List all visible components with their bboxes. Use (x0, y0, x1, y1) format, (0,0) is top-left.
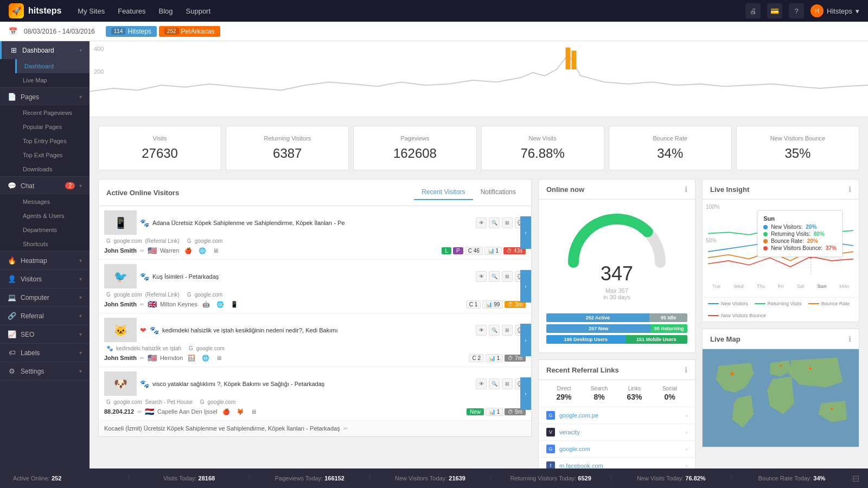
vr1-arrow[interactable]: › (520, 216, 531, 249)
user-badge[interactable]: H Hitsteps ▾ (810, 4, 859, 17)
sidebar-item-pages[interactable]: 📄 Pages ▾ (0, 88, 90, 106)
sidebar-item-messages[interactable]: Messages (15, 195, 90, 209)
ref-link-google[interactable]: G google.com › (539, 441, 695, 458)
vr1-action-search[interactable]: 🔍 (489, 217, 500, 228)
sidebar-item-labels[interactable]: 🏷 Labels ▾ (0, 344, 90, 362)
tab-notifications[interactable]: Notifications (473, 185, 524, 200)
stat-value-newvisits: 76.88% (490, 146, 595, 161)
tab-recent-visitors[interactable]: Recent Visitors (414, 185, 473, 200)
vr2-arrow[interactable]: › (520, 270, 531, 303)
site-tab-petarkadas[interactable]: 252 PetArkadas (159, 26, 220, 37)
ref-link-facebook[interactable]: f m.facebook.com › (539, 458, 695, 468)
ref-fav-1: G (546, 411, 555, 420)
online-now-header: Online now ℹ (539, 179, 695, 200)
vr2-action-view[interactable]: 👁 (476, 271, 487, 282)
nav-support[interactable]: Support (181, 5, 216, 17)
vr2-action-search[interactable]: 🔍 (489, 271, 500, 282)
referral-info[interactable]: ℹ (685, 365, 687, 374)
insight-info[interactable]: ℹ (848, 185, 851, 194)
ref-stats: Direct 29% Search 8% Links 63% Social (539, 380, 695, 407)
stat-label-bounce: Bounce Rate (618, 135, 723, 142)
vr4-action-view[interactable]: 👁 (476, 378, 487, 389)
card-icon[interactable]: 💳 (767, 3, 782, 18)
insight-tooltip: Sun New Visitors: 20% Returning Visits: … (757, 210, 843, 257)
insight-title: Live Insight (710, 185, 848, 194)
legend-line-new (708, 303, 719, 304)
vr2-edit[interactable]: ✏ (140, 301, 144, 307)
sidebar-item-departments[interactable]: Departments (15, 223, 90, 237)
dashboard-icon: ⊞ (9, 46, 18, 54)
logo[interactable]: 🚀 hitsteps (9, 3, 61, 18)
ref-domain-1: google.com.pe (559, 412, 681, 419)
vr3-ref-icon2: G (189, 345, 193, 351)
sidebar-item-shortcuts[interactable]: Shortcuts (15, 237, 90, 251)
vr3-device-desktop: 🖥 (216, 355, 222, 361)
legend-returning: Returning Visits (755, 301, 802, 306)
settings-arrow: ▾ (79, 368, 82, 374)
dashboard-arrow: ▾ (79, 47, 82, 53)
sidebar-item-visitors[interactable]: 👤 Visitors ▾ (0, 270, 90, 288)
sidebar-item-top-entry[interactable]: Top Entry Pages (15, 134, 90, 148)
sidebar-item-referral[interactable]: 🔗 Referral ▾ (0, 307, 90, 325)
site-tab-hitsteps[interactable]: 114 Hitsteps (106, 26, 157, 37)
vr4-edit[interactable]: ✏ (137, 409, 142, 415)
vr3-username: John Smith (104, 355, 137, 361)
sidebar-item-dashboard[interactable]: ⊞ Dashboard ▾ (0, 41, 90, 59)
vr5-edit[interactable]: ✏ (343, 426, 348, 432)
col-left: Active Online Visitors Recent Visitors N… (98, 179, 532, 468)
sidebar-item-downloads[interactable]: Downloads (15, 162, 90, 176)
date-range[interactable]: 08/03/2016 - 14/03/2016 (24, 28, 95, 35)
vr3-arrow[interactable]: › (520, 324, 531, 356)
vr3-device-ie: 🌐 (202, 355, 209, 362)
labels-arrow: ▾ (79, 350, 82, 356)
sidebar-item-settings[interactable]: ⚙ Settings ▾ (0, 362, 90, 380)
vr4-action-search[interactable]: 🔍 (489, 378, 500, 389)
ref-link-google-pe[interactable]: G google.com.pe › (539, 407, 695, 424)
sidebar-item-dashboard-sub[interactable]: Dashboard (15, 59, 90, 73)
vr4-arrow[interactable]: › (520, 377, 531, 410)
map-area[interactable] (703, 349, 859, 447)
sidebar-section-dashboard: ⊞ Dashboard ▾ Dashboard Live Map (0, 41, 90, 88)
referral-label: Referral (21, 312, 75, 320)
col-right: Live Insight ℹ 100% 50% (702, 179, 859, 468)
top-nav: My Sites Features Blog Support (72, 5, 735, 17)
vr1-action-grid[interactable]: ⊞ (502, 217, 513, 228)
visitors-panel: Active Online Visitors Recent Visitors N… (98, 179, 532, 437)
vr4-ref-source: google.com (114, 399, 142, 405)
tooltip-day: Sun (763, 215, 837, 222)
sidebar-item-agents-users[interactable]: Agents & Users (15, 209, 90, 223)
vr3-action-search[interactable]: 🔍 (489, 325, 500, 336)
vr2-device-mobile: 📱 (231, 301, 238, 308)
stat-value-bounce: 34% (618, 146, 723, 161)
sidebar-item-livemap[interactable]: Live Map (15, 73, 90, 87)
vr2-device-android: 🤖 (202, 301, 210, 308)
vr2-action-grid[interactable]: ⊞ (502, 271, 513, 282)
ref-fav-2: V (546, 428, 555, 436)
hitsteps-label: Hitsteps (127, 28, 151, 35)
sidebar-item-top-exit[interactable]: Top Exit Pages (15, 148, 90, 162)
vr1-edit[interactable]: ✏ (140, 248, 144, 254)
sidebar-item-computer[interactable]: 💻 Computer ▾ (0, 288, 90, 306)
sidebar-item-chat[interactable]: 💬 Chat 2 ▾ (0, 177, 90, 195)
vr1-action-view[interactable]: 👁 (476, 217, 487, 228)
ref-fav-3: G (546, 445, 555, 453)
map-info[interactable]: ℹ (848, 335, 851, 343)
nav-blog[interactable]: Blog (154, 5, 178, 17)
vr3-edit[interactable]: ✏ (140, 355, 144, 361)
sidebar-item-popular-pages[interactable]: Popular Pages (15, 120, 90, 134)
sidebar-item-seo[interactable]: 📈 SEO ▾ (0, 325, 90, 343)
printer-icon[interactable]: 🖨 (745, 3, 761, 18)
vr3-action-grid[interactable]: ⊞ (502, 325, 513, 336)
sidebar-item-recent-pageviews[interactable]: Recent Pageviews (15, 106, 90, 120)
ref-link-veracity[interactable]: V veracity › (539, 424, 695, 441)
rs-links-label: Links (617, 386, 652, 391)
vr3-action-view[interactable]: 👁 (476, 325, 487, 336)
sidebar-item-heatmap[interactable]: 🔥 Heatmap ▾ (0, 252, 90, 269)
x-tue: Tue (712, 284, 720, 289)
online-now-info[interactable]: ℹ (685, 185, 687, 194)
nav-features[interactable]: Features (112, 5, 151, 17)
vr4-action-grid[interactable]: ⊞ (502, 378, 513, 389)
insight-header: Live Insight ℹ (703, 179, 859, 200)
help-icon[interactable]: ? (789, 3, 804, 18)
nav-mysites[interactable]: My Sites (72, 5, 110, 17)
